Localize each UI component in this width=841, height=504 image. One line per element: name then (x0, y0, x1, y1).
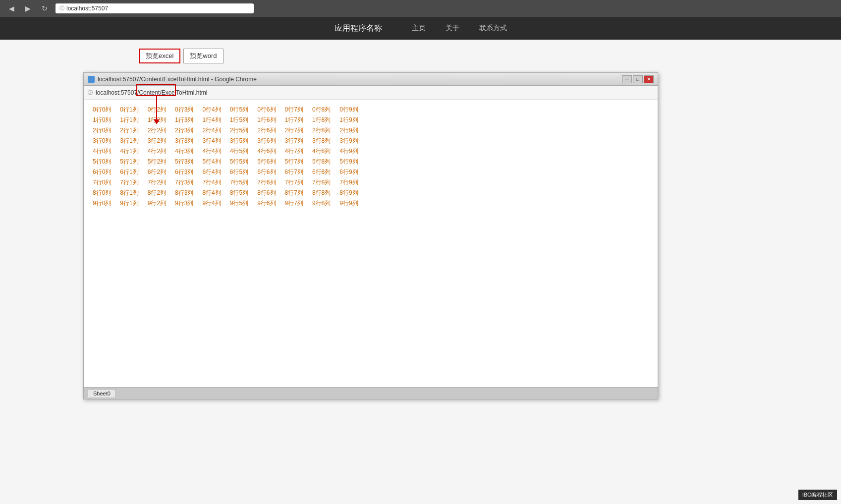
table-cell: 0行0列 (91, 105, 118, 115)
watermark: IBC编程社区 (798, 490, 837, 500)
table-cell: 9行8列 (310, 198, 337, 209)
nav-link-about[interactable]: 关于 (446, 24, 459, 33)
spreadsheet-content: 0行0列0行1列0行2列0行3列0行4列0行5列0行6列0行7列0行8列0行9列… (84, 100, 658, 387)
table-cell: 0行8列 (310, 105, 337, 115)
table-cell: 1行2列 (146, 115, 173, 125)
table-cell: 0行4列 (200, 105, 227, 115)
table-cell: 2行4列 (200, 125, 227, 136)
table-cell: 9行2列 (146, 198, 173, 209)
table-cell: 6行9列 (337, 167, 365, 177)
table-cell: 1行9列 (337, 115, 365, 125)
top-nav: 应用程序名称 主页 关于 联系方式 (0, 17, 841, 40)
popup-title-icon (88, 76, 95, 83)
table-cell: 6行0列 (91, 167, 118, 177)
table-cell: 0行2列 (146, 105, 173, 115)
table-cell: 3行3列 (173, 136, 200, 146)
spreadsheet-table: 0行0列0行1列0行2列0行3列0行4列0行5列0行6列0行7列0行8列0行9列… (91, 105, 365, 209)
table-cell: 0行1列 (118, 105, 145, 115)
table-cell: 2行8列 (310, 125, 337, 136)
table-cell: 6行4列 (200, 167, 227, 177)
close-button[interactable]: ✕ (644, 75, 654, 83)
table-cell: 1行0列 (91, 115, 118, 125)
table-cell: 8行0列 (91, 188, 118, 198)
table-cell: 3行1列 (118, 136, 145, 146)
table-cell: 0行6列 (255, 105, 282, 115)
table-cell: 5行7列 (283, 157, 310, 167)
table-cell: 9行1列 (118, 198, 145, 209)
table-cell: 6行1列 (118, 167, 145, 177)
table-cell: 7行1列 (118, 177, 145, 188)
preview-excel-button[interactable]: 预览excel (139, 49, 180, 63)
table-cell: 3行0列 (91, 136, 118, 146)
table-cell: 5行8列 (310, 157, 337, 167)
table-cell: 7行9列 (337, 177, 365, 188)
table-row: 8行0列8行1列8行2列8行3列8行4列8行5列8行6列8行7列8行8列8行9列 (91, 188, 365, 198)
address-text: localhost:57507 (66, 5, 108, 12)
popup-controls: ─ □ ✕ (622, 75, 654, 83)
table-cell: 8行6列 (255, 188, 282, 198)
table-cell: 7行4列 (200, 177, 227, 188)
table-cell: 6行5列 (228, 167, 255, 177)
table-row: 1行0列1行1列1行2列1行3列1行4列1行5列1行6列1行7列1行8列1行9列 (91, 115, 365, 125)
nav-link-contact[interactable]: 联系方式 (479, 24, 507, 33)
nav-links: 主页 关于 联系方式 (412, 24, 507, 33)
table-cell: 4行3列 (173, 146, 200, 157)
table-cell: 2行2列 (146, 125, 173, 136)
table-cell: 7行6列 (255, 177, 282, 188)
table-cell: 7行7列 (283, 177, 310, 188)
table-cell: 8行8列 (310, 188, 337, 198)
table-cell: 9行5列 (228, 198, 255, 209)
minimize-button[interactable]: ─ (622, 75, 632, 83)
address-bar[interactable]: ⓘ localhost:57507 (56, 3, 254, 13)
table-cell: 7行0列 (91, 177, 118, 188)
table-cell: 5行4列 (200, 157, 227, 167)
nav-link-home[interactable]: 主页 (412, 24, 426, 33)
popup-titlebar: localhost:57507/Content/ExcelToHtml.html… (84, 73, 658, 86)
table-cell: 0行3列 (173, 105, 200, 115)
table-cell: 5行0列 (91, 157, 118, 167)
popup-addressbar: ⓘ localhost:57507/Content/ExcelToHtml.ht… (84, 86, 658, 100)
table-cell: 2行5列 (228, 125, 255, 136)
table-cell: 3行9列 (337, 136, 365, 146)
table-cell: 4行9列 (337, 146, 365, 157)
preview-word-button[interactable]: 预览word (183, 49, 223, 63)
table-cell: 2行3列 (173, 125, 200, 136)
table-cell: 5行5列 (228, 157, 255, 167)
table-cell: 2行0列 (91, 125, 118, 136)
restore-button[interactable]: □ (633, 75, 643, 83)
table-cell: 8行2列 (146, 188, 173, 198)
table-cell: 2行1列 (118, 125, 145, 136)
back-button[interactable]: ◀ (6, 3, 17, 13)
table-cell: 2行6列 (255, 125, 282, 136)
table-cell: 5行2列 (146, 157, 173, 167)
table-cell: 8行3列 (173, 188, 200, 198)
app-container: 应用程序名称 主页 关于 联系方式 预览excel 预览word localho… (0, 17, 841, 504)
table-cell: 4行8列 (310, 146, 337, 157)
table-cell: 1行6列 (255, 115, 282, 125)
table-cell: 3行4列 (200, 136, 227, 146)
table-cell: 1行4列 (200, 115, 227, 125)
table-cell: 1行3列 (173, 115, 200, 125)
table-cell: 4行4列 (200, 146, 227, 157)
table-cell: 7行3列 (173, 177, 200, 188)
table-cell: 1行1列 (118, 115, 145, 125)
table-cell: 5行1列 (118, 157, 145, 167)
table-cell: 3行7列 (283, 136, 310, 146)
table-cell: 6行2列 (146, 167, 173, 177)
popup-title-text: localhost:57507/Content/ExcelToHtml.html… (98, 76, 619, 83)
table-cell: 5行3列 (173, 157, 200, 167)
table-cell: 9行7列 (283, 198, 310, 209)
table-row: 3行0列3行1列3行2列3行3列3行4列3行5列3行6列3行7列3行8列3行9列 (91, 136, 365, 146)
sheet-tab[interactable]: Sheet0 (88, 389, 116, 397)
refresh-button[interactable]: ↻ (39, 3, 51, 13)
table-cell: 4行5列 (228, 146, 255, 157)
table-cell: 8行9列 (337, 188, 365, 198)
table-cell: 7行5列 (228, 177, 255, 188)
table-cell: 5行9列 (337, 157, 365, 167)
table-cell: 4行6列 (255, 146, 282, 157)
popup-address-text: localhost:57507/Content/ExcelToHtml.html (96, 89, 207, 96)
forward-button[interactable]: ▶ (22, 3, 34, 13)
table-cell: 3行8列 (310, 136, 337, 146)
table-cell: 4行0列 (91, 146, 118, 157)
table-row: 7行0列7行1列7行2列7行3列7行4列7行5列7行6列7行7列7行8列7行9列 (91, 177, 365, 188)
